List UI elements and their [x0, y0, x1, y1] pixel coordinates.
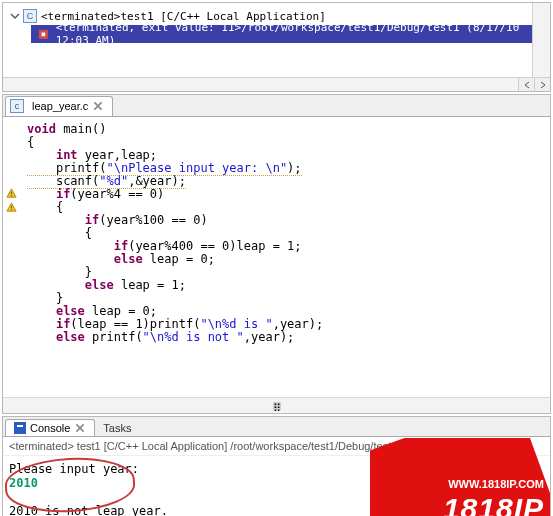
console-user-input: 2010	[9, 476, 38, 490]
console-prompt: Please input year:	[9, 462, 139, 476]
scroll-right-icon[interactable]	[534, 78, 550, 91]
close-icon[interactable]	[92, 100, 104, 112]
editor-panel: c leap_year.c void main(){ int year,leap…	[2, 94, 551, 414]
c-app-icon: C	[23, 9, 37, 23]
svg-rect-7	[17, 425, 23, 427]
editor-hscroll[interactable]: ⠿	[3, 397, 550, 413]
svg-rect-3	[10, 195, 11, 196]
tab-label: leap_year.c	[32, 100, 88, 112]
tab-console[interactable]: Console	[5, 419, 95, 436]
tab-console-label: Console	[30, 422, 70, 434]
watermark-brand: 1818IP	[443, 492, 544, 516]
expand-toggle-icon[interactable]	[9, 10, 21, 22]
c-file-icon: c	[10, 99, 24, 113]
tab-tasks-label: Tasks	[103, 422, 131, 434]
debug-panel: C <terminated>test1 [C/C++ Local Applica…	[2, 2, 551, 92]
svg-rect-4	[10, 206, 11, 209]
console-icon	[14, 422, 26, 434]
tab-tasks[interactable]: Tasks	[95, 420, 139, 436]
scroll-thumb[interactable]: ⠿	[273, 402, 281, 410]
console-tabbar: Console Tasks	[3, 417, 550, 437]
console-result: 2010 is not leap year.	[9, 504, 168, 516]
watermark-url: WWW.1818IP.COM	[448, 478, 544, 490]
watermark: WWW.1818IP.COM 1818IP	[370, 438, 550, 516]
code-area[interactable]: void main(){ int year,leap; printf("\nPl…	[19, 117, 550, 397]
svg-rect-5	[10, 209, 11, 210]
close-icon[interactable]	[74, 422, 86, 434]
debug-tree: C <terminated>test1 [C/C++ Local Applica…	[3, 3, 550, 47]
editor-tabbar: c leap_year.c	[3, 95, 550, 117]
debug-child-label: <terminated, exit value: 11>/root/worksp…	[56, 21, 538, 47]
tab-leap-year[interactable]: c leap_year.c	[5, 96, 113, 116]
vertical-scrollbar[interactable]	[532, 3, 550, 77]
editor-gutter	[3, 117, 19, 397]
debug-child-row[interactable]: <terminated, exit value: 11>/root/worksp…	[31, 25, 544, 43]
svg-rect-1	[42, 32, 46, 36]
terminated-icon	[37, 27, 50, 41]
console-panel: Console Tasks <terminated> test1 [C/C++ …	[2, 416, 551, 516]
scroll-left-icon[interactable]	[518, 78, 534, 91]
svg-rect-2	[10, 192, 11, 195]
horizontal-scrollbar[interactable]	[3, 77, 550, 91]
